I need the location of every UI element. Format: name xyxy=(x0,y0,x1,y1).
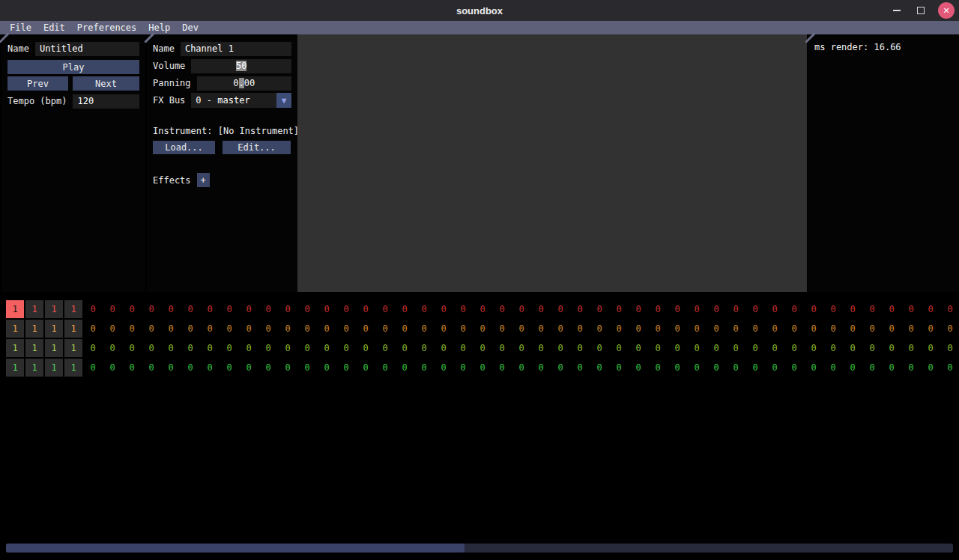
pattern-slot[interactable]: 0 xyxy=(493,320,511,338)
pattern-slot[interactable]: 0 xyxy=(337,359,355,377)
pattern-slot[interactable]: 0 xyxy=(649,300,667,318)
pattern-slot[interactable]: 0 xyxy=(454,339,472,357)
pattern-slot[interactable]: 0 xyxy=(590,320,608,338)
pattern-slot[interactable]: 0 xyxy=(668,359,686,377)
horizontal-scrollbar-thumb[interactable] xyxy=(6,544,465,553)
pattern-slot[interactable]: 0 xyxy=(318,300,336,318)
pattern-slot[interactable]: 0 xyxy=(824,320,842,338)
pattern-slot[interactable]: 0 xyxy=(688,320,706,338)
pattern-slot[interactable]: 0 xyxy=(629,359,647,377)
pattern-slot[interactable]: 0 xyxy=(883,320,901,338)
pattern-cell[interactable]: 1 xyxy=(25,320,43,338)
chevron-down-icon[interactable]: ▼ xyxy=(276,93,291,108)
pattern-slot[interactable]: 0 xyxy=(941,339,959,357)
play-button[interactable]: Play xyxy=(7,60,139,74)
pattern-slot[interactable]: 0 xyxy=(766,300,784,318)
pattern-slot[interactable]: 0 xyxy=(142,339,160,357)
pattern-slot[interactable]: 0 xyxy=(844,300,862,318)
pattern-slot[interactable]: 0 xyxy=(396,359,414,377)
pattern-cell[interactable]: 1 xyxy=(45,359,63,377)
pattern-slot[interactable]: 0 xyxy=(571,359,589,377)
pattern-slot[interactable]: 0 xyxy=(902,359,920,377)
pattern-slot[interactable]: 0 xyxy=(766,339,784,357)
prev-button[interactable]: Prev xyxy=(7,76,68,91)
pattern-slot[interactable]: 0 xyxy=(220,359,238,377)
minimize-button[interactable] xyxy=(890,4,904,17)
pattern-slot[interactable]: 0 xyxy=(668,339,686,357)
pattern-slot[interactable]: 0 xyxy=(279,320,297,338)
pattern-slot[interactable]: 0 xyxy=(240,339,258,357)
pattern-cell[interactable]: 1 xyxy=(45,339,63,357)
pattern-slot[interactable]: 0 xyxy=(922,359,940,377)
pattern-slot[interactable]: 0 xyxy=(123,359,141,377)
pattern-slot[interactable]: 0 xyxy=(103,320,121,338)
pattern-slot[interactable]: 0 xyxy=(435,359,453,377)
pattern-slot[interactable]: 0 xyxy=(902,300,920,318)
pattern-slot[interactable]: 0 xyxy=(610,320,628,338)
pattern-slot[interactable]: 0 xyxy=(357,339,375,357)
pattern-slot[interactable]: 0 xyxy=(259,320,277,338)
pattern-slot[interactable]: 0 xyxy=(785,320,803,338)
pattern-slot[interactable]: 0 xyxy=(512,339,530,357)
pattern-slot[interactable]: 0 xyxy=(220,339,238,357)
pattern-slot[interactable]: 0 xyxy=(707,320,725,338)
pattern-slot[interactable]: 0 xyxy=(824,300,842,318)
pattern-slot[interactable]: 0 xyxy=(123,339,141,357)
pattern-slot[interactable]: 0 xyxy=(746,320,764,338)
pattern-slot[interactable]: 0 xyxy=(805,300,823,318)
pattern-slot[interactable]: 0 xyxy=(941,320,959,338)
panning-input[interactable]: 0.00 xyxy=(197,76,291,91)
pattern-slot[interactable]: 0 xyxy=(727,320,745,338)
pattern-slot[interactable]: 0 xyxy=(84,339,102,357)
pattern-slot[interactable]: 0 xyxy=(649,339,667,357)
pattern-slot[interactable]: 0 xyxy=(84,300,102,318)
pattern-slot[interactable]: 0 xyxy=(201,320,219,338)
pattern-slot[interactable]: 0 xyxy=(863,300,881,318)
pattern-slot[interactable]: 0 xyxy=(201,339,219,357)
pattern-slot[interactable]: 0 xyxy=(785,339,803,357)
pattern-cell[interactable]: 1 xyxy=(6,320,24,338)
song-name-input[interactable] xyxy=(35,42,139,56)
pattern-slot[interactable]: 0 xyxy=(337,300,355,318)
pattern-slot[interactable]: 0 xyxy=(883,300,901,318)
pattern-slot[interactable]: 0 xyxy=(454,300,472,318)
pattern-slot[interactable]: 0 xyxy=(707,339,725,357)
pattern-slot[interactable]: 0 xyxy=(629,300,647,318)
pattern-slot[interactable]: 0 xyxy=(512,300,530,318)
pattern-slot[interactable]: 0 xyxy=(532,320,550,338)
pattern-slot[interactable]: 0 xyxy=(279,300,297,318)
pattern-slot[interactable]: 0 xyxy=(512,320,530,338)
pattern-slot[interactable]: 0 xyxy=(610,359,628,377)
pattern-slot[interactable]: 0 xyxy=(902,339,920,357)
pattern-slot[interactable]: 0 xyxy=(240,320,258,338)
pattern-slot[interactable]: 0 xyxy=(454,320,472,338)
pattern-slot[interactable]: 0 xyxy=(103,359,121,377)
pattern-slot[interactable]: 0 xyxy=(922,339,940,357)
pattern-slot[interactable]: 0 xyxy=(415,339,433,357)
pattern-slot[interactable]: 0 xyxy=(805,359,823,377)
close-button[interactable]: ✕ xyxy=(938,2,955,19)
menu-item-file[interactable]: File xyxy=(4,22,37,34)
pattern-slot[interactable]: 0 xyxy=(201,359,219,377)
pattern-slot[interactable]: 0 xyxy=(551,359,569,377)
pattern-slot[interactable]: 0 xyxy=(688,339,706,357)
pattern-slot[interactable]: 0 xyxy=(844,320,862,338)
pattern-slot[interactable]: 0 xyxy=(649,359,667,377)
pattern-slot[interactable]: 0 xyxy=(785,359,803,377)
pattern-slot[interactable]: 0 xyxy=(941,359,959,377)
pattern-slot[interactable]: 0 xyxy=(162,300,180,318)
pattern-slot[interactable]: 0 xyxy=(571,339,589,357)
pattern-slot[interactable]: 0 xyxy=(259,339,277,357)
pattern-slot[interactable]: 0 xyxy=(688,359,706,377)
pattern-slot[interactable]: 0 xyxy=(181,339,199,357)
pattern-cell[interactable]: 1 xyxy=(45,300,63,318)
pattern-slot[interactable]: 0 xyxy=(181,359,199,377)
pattern-cell[interactable]: 1 xyxy=(6,339,24,357)
maximize-button[interactable] xyxy=(914,4,928,17)
pattern-slot[interactable]: 0 xyxy=(396,339,414,357)
pattern-slot[interactable]: 0 xyxy=(123,300,141,318)
pattern-slot[interactable]: 0 xyxy=(922,320,940,338)
tempo-input[interactable] xyxy=(73,94,139,109)
pattern-slot[interactable]: 0 xyxy=(220,320,238,338)
pattern-slot[interactable]: 0 xyxy=(142,320,160,338)
